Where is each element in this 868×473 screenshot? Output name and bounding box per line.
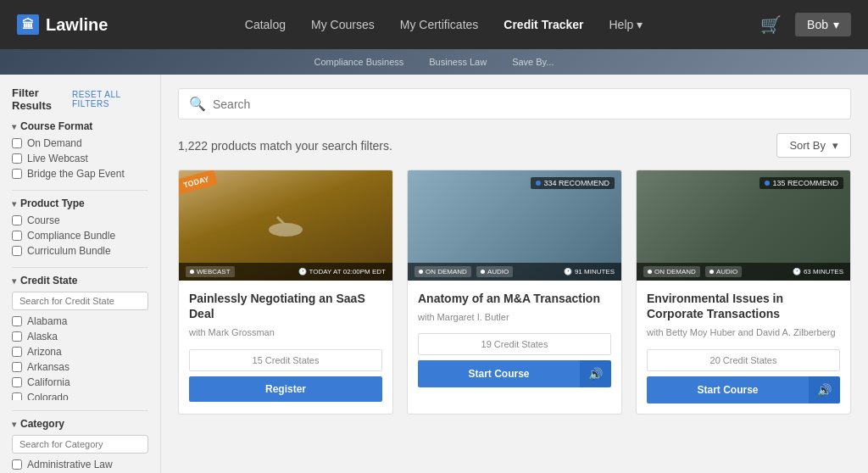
filter-california[interactable]: California — [12, 376, 148, 388]
logo-icon: 🏛 — [17, 14, 39, 35]
card-meta-left-env: ON DEMAND AUDIO — [643, 266, 742, 277]
time-tag-saas: 🕐 TODAY AT 02:00PM EDT — [298, 268, 386, 275]
curriculum-bundle-checkbox[interactable] — [12, 246, 22, 256]
filter-credit-state-title[interactable]: ▾ Credit State — [12, 275, 148, 287]
logo[interactable]: 🏛 Lawline — [17, 14, 127, 35]
card-title-mna: Anatomy of an M&A Transaction — [418, 291, 611, 306]
alaska-checkbox[interactable] — [12, 331, 22, 342]
card-credits-env[interactable]: 20 Credit States — [647, 349, 840, 371]
card-author-mna: with Margaret I. Butler — [418, 311, 611, 323]
time-tag-env: 🕐 63 MINUTES — [793, 268, 843, 275]
chevron-down-icon: ▾ — [832, 139, 838, 152]
filter-colorado[interactable]: Colorado — [12, 392, 148, 400]
arizona-checkbox[interactable] — [12, 347, 22, 357]
filter-curriculum-bundle[interactable]: Curriculum Bundle — [12, 245, 148, 257]
filter-bridge-gap[interactable]: Bridge the Gap Event — [12, 168, 148, 180]
card-meta-env: ON DEMAND AUDIO 🕐 63 MINUTES — [637, 263, 850, 281]
filter-category: ▾ Category Administrative Law Admiralty … — [12, 418, 148, 473]
course-card-saas: TODAY WEBCAST 🕐 TODAY AT 02:00PM EDT — [178, 170, 393, 415]
arkansas-checkbox[interactable] — [12, 362, 22, 372]
nav-credit-tracker[interactable]: Credit Tracker — [504, 18, 583, 31]
nav-my-certificates[interactable]: My Certificates — [400, 18, 479, 31]
chevron-down-icon: ▾ — [12, 276, 16, 286]
user-menu-button[interactable]: Bob ▾ — [795, 13, 851, 36]
sort-button[interactable]: Sort By ▾ — [776, 133, 851, 158]
filter-administrative-law[interactable]: Administrative Law — [12, 459, 148, 470]
recommend-badge-env: 135 RECOMMEND — [760, 177, 843, 189]
reset-filters-link[interactable]: RESET ALL FILTERS — [72, 90, 148, 109]
card-title-saas: Painlessly Negotiating an SaaS Deal — [189, 291, 382, 321]
recommend-dot — [765, 181, 770, 186]
nav-my-courses[interactable]: My Courses — [311, 18, 375, 31]
administrative-law-checkbox[interactable] — [12, 459, 22, 470]
filter-on-demand[interactable]: On Demand — [12, 137, 148, 149]
live-webcast-checkbox[interactable] — [12, 153, 22, 164]
card-action-row-mna: Start Course 🔊 — [418, 360, 611, 387]
course-card-mna: 334 RECOMMEND ON DEMAND AUDIO — [407, 170, 622, 415]
sidebar-header: Filter Results RESET ALL FILTERS — [12, 86, 148, 112]
cart-icon[interactable]: 🛒 — [760, 14, 782, 35]
alabama-checkbox[interactable] — [12, 316, 22, 326]
card-image-saas: TODAY WEBCAST 🕐 TODAY AT 02:00PM EDT — [179, 170, 392, 281]
filter-product-type-title[interactable]: ▾ Product Type — [12, 198, 148, 209]
filter-arkansas[interactable]: Arkansas — [12, 361, 148, 373]
bridge-gap-checkbox[interactable] — [12, 169, 22, 179]
card-author-saas: with Mark Grossman — [189, 326, 382, 338]
audio-dot — [481, 270, 485, 274]
recommend-badge-mna: 334 RECOMMEND — [531, 177, 615, 189]
sound-button-mna[interactable]: 🔊 — [580, 360, 611, 387]
filter-product-type: ▾ Product Type Course Compliance Bundle … — [12, 198, 148, 257]
sidebar-title: Filter Results — [12, 86, 72, 112]
main-nav: Catalog My Courses My Certificates Credi… — [127, 18, 760, 31]
state-list: Alabama Alaska Arizona Arkansas Californ… — [12, 315, 148, 400]
search-input[interactable] — [213, 97, 840, 111]
filter-course[interactable]: Course — [12, 214, 148, 226]
recommend-dot — [536, 181, 541, 186]
sidebar: Filter Results RESET ALL FILTERS ▾ Cours… — [0, 75, 161, 473]
course-checkbox[interactable] — [12, 215, 22, 225]
chevron-down-icon: ▾ — [833, 18, 839, 31]
format-dot — [648, 270, 652, 274]
nav-help[interactable]: Help ▾ — [609, 18, 643, 31]
chevron-down-icon: ▾ — [12, 199, 16, 209]
filter-alabama[interactable]: Alabama — [12, 315, 148, 327]
card-credits-saas[interactable]: 15 Credit States — [189, 349, 382, 371]
format-tag-saas: WEBCAST — [186, 266, 235, 277]
category-search[interactable] — [12, 435, 148, 454]
chevron-down-icon: ▾ — [12, 122, 16, 131]
compliance-bundle-checkbox[interactable] — [12, 231, 22, 241]
filter-arizona[interactable]: Arizona — [12, 346, 148, 358]
filter-course-format-title[interactable]: ▾ Course Format — [12, 120, 148, 132]
register-button-saas[interactable]: Register — [189, 376, 382, 402]
chevron-down-icon: ▾ — [12, 420, 16, 429]
logo-text: Lawline — [46, 15, 108, 35]
filter-live-webcast[interactable]: Live Webcast — [12, 153, 148, 164]
format-tag-mna: ON DEMAND — [415, 266, 471, 277]
banner-item-3: Save By... — [512, 57, 554, 67]
filter-category-title[interactable]: ▾ Category — [12, 418, 148, 430]
banner-item-2: Business Law — [429, 57, 487, 67]
time-tag-mna: 🕐 91 MINUTES — [564, 268, 615, 275]
credit-state-search[interactable] — [12, 292, 148, 310]
filter-credit-state: ▾ Credit State Alabama Alaska Arizona — [12, 275, 148, 400]
card-body-env: Environmental Issues in Corporate Transa… — [637, 281, 850, 414]
nav-catalog[interactable]: Catalog — [245, 18, 286, 31]
audio-dot — [709, 270, 714, 274]
filter-course-format: ▾ Course Format On Demand Live Webcast B… — [12, 120, 148, 180]
card-meta-mna: ON DEMAND AUDIO 🕐 91 MINUTES — [408, 263, 621, 281]
on-demand-checkbox[interactable] — [12, 138, 22, 148]
header: 🏛 Lawline Catalog My Courses My Certific… — [0, 0, 868, 49]
card-meta-left-mna: ON DEMAND AUDIO — [415, 266, 513, 277]
sound-button-env[interactable]: 🔊 — [809, 376, 840, 403]
start-course-button-env[interactable]: Start Course — [647, 376, 809, 403]
format-dot — [190, 270, 194, 274]
california-checkbox[interactable] — [12, 377, 22, 387]
card-body-saas: Painlessly Negotiating an SaaS Deal with… — [179, 281, 392, 412]
results-count: 1,222 products match your search filters… — [178, 139, 392, 153]
start-course-button-mna[interactable]: Start Course — [418, 360, 580, 387]
chevron-down-icon: ▾ — [637, 18, 643, 31]
card-credits-mna[interactable]: 19 Credit States — [418, 333, 611, 355]
colorado-checkbox[interactable] — [12, 392, 22, 400]
filter-alaska[interactable]: Alaska — [12, 331, 148, 342]
filter-compliance-bundle[interactable]: Compliance Bundle — [12, 230, 148, 242]
